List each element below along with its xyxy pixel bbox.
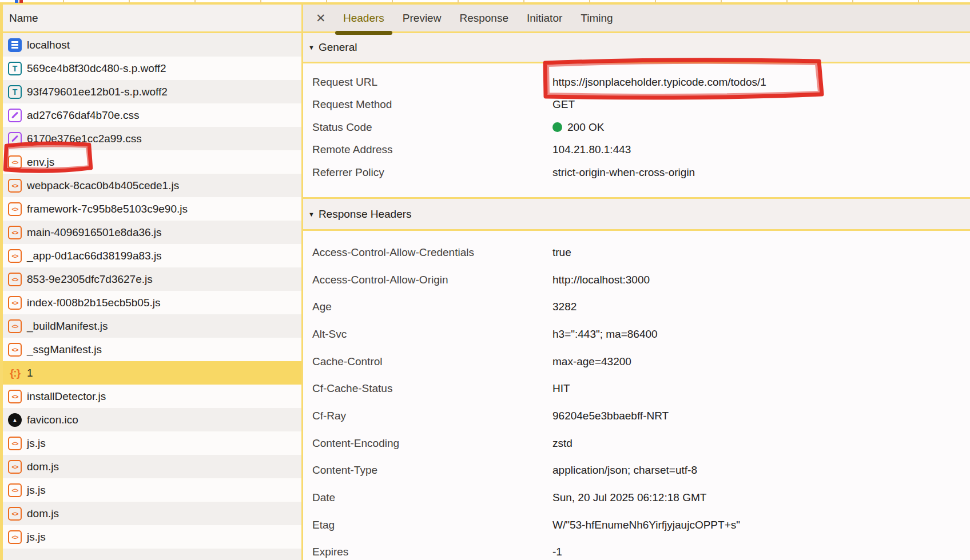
tab-headers[interactable]: Headers bbox=[342, 5, 385, 31]
request-name-label: _buildManifest.js bbox=[27, 320, 108, 333]
network-request-row[interactable]: <>dom.js bbox=[3, 455, 301, 478]
overview-gridline bbox=[129, 0, 130, 3]
network-request-row[interactable]: ▲favicon.ico bbox=[3, 408, 301, 431]
network-request-row[interactable]: <>853-9e2305dfc7d3627e.js bbox=[3, 267, 301, 291]
header-row: Remote Address104.21.80.1:443 bbox=[303, 139, 970, 162]
header-row: DateSun, 20 Jul 2025 06:12:18 GMT bbox=[303, 484, 970, 511]
network-request-row[interactable]: localhost bbox=[3, 33, 301, 57]
network-request-row[interactable]: T569ce4b8f30dc480-s.p.woff2 bbox=[3, 57, 301, 80]
header-value: W/"53-hfEnumeNh6YirfjyjaujcOPPT+s" bbox=[552, 519, 740, 531]
section-header-general[interactable]: ▼ General bbox=[303, 33, 970, 63]
name-column-header[interactable]: Name bbox=[3, 5, 301, 33]
network-request-row[interactable]: <>_app-0d1ac66d38199a83.js bbox=[3, 244, 301, 267]
request-details-panel: ✕ HeadersPreviewResponseInitiatorTiming … bbox=[303, 5, 970, 560]
header-name: Expires bbox=[303, 546, 552, 558]
overview-red-mark-icon bbox=[19, 0, 23, 3]
header-name: Status Code bbox=[303, 121, 552, 134]
header-row: Content-Encodingzstd bbox=[303, 430, 970, 457]
header-value: 200 OK bbox=[552, 121, 604, 134]
header-row: Cache-Controlmax-age=43200 bbox=[303, 348, 970, 375]
section-title: Response Headers bbox=[319, 208, 412, 221]
network-request-row[interactable]: <>_buildManifest.js bbox=[3, 314, 301, 338]
header-name: Age bbox=[303, 301, 552, 313]
network-overview-strip bbox=[0, 0, 970, 5]
header-value: 104.21.80.1:443 bbox=[552, 143, 631, 156]
script-icon: <> bbox=[8, 507, 22, 521]
network-request-row[interactable]: <>js.js bbox=[3, 431, 301, 455]
header-name: Alt-Svc bbox=[303, 328, 552, 341]
overview-gridline bbox=[589, 0, 590, 3]
tab-initiator[interactable]: Initiator bbox=[526, 5, 563, 31]
script-icon: <> bbox=[8, 437, 22, 450]
overview-blue-mark-icon bbox=[15, 0, 18, 3]
header-name: Cf-Ray bbox=[303, 410, 552, 422]
header-value: h3=":443"; ma=86400 bbox=[552, 328, 658, 341]
network-request-row[interactable]: <>dom.js bbox=[3, 502, 301, 525]
network-request-row[interactable]: <>_ssgManifest.js bbox=[3, 338, 301, 361]
request-name-label: webpack-8cac0b4b405cede1.js bbox=[27, 179, 179, 192]
script-icon: <> bbox=[8, 343, 22, 357]
network-request-row[interactable]: <>env.js bbox=[3, 150, 301, 174]
network-request-row[interactable]: 6170e376e1cc2a99.css bbox=[3, 127, 301, 150]
network-request-row[interactable]: <>js.js bbox=[3, 525, 301, 549]
request-name-label: localhost bbox=[27, 39, 70, 51]
header-name: Referrer Policy bbox=[303, 166, 552, 179]
header-name: Cache-Control bbox=[303, 355, 552, 368]
script-icon: <> bbox=[8, 483, 22, 497]
status-ok-dot-icon bbox=[552, 122, 562, 132]
header-value: application/json; charset=utf-8 bbox=[552, 464, 697, 477]
header-name: Request Method bbox=[303, 98, 552, 111]
header-row: Cf-Cache-StatusHIT bbox=[303, 375, 970, 402]
request-name-label: 1 bbox=[27, 367, 33, 379]
header-row: Content-Typeapplication/json; charset=ut… bbox=[303, 457, 970, 485]
header-name: Access-Control-Allow-Credentials bbox=[303, 246, 552, 259]
script-icon: <> bbox=[8, 460, 22, 474]
header-row: Age3282 bbox=[303, 293, 970, 321]
network-request-row[interactable]: T93f479601ee12b01-s.p.woff2 bbox=[3, 80, 301, 103]
request-name-label: index-f008b2b15ecb5b05.js bbox=[27, 297, 160, 309]
request-name-label: _ssgManifest.js bbox=[27, 343, 102, 356]
tab-label: Response bbox=[459, 12, 508, 25]
panel-divider[interactable] bbox=[301, 5, 303, 560]
overview-gridline bbox=[326, 0, 327, 3]
request-name-label: 6170e376e1cc2a99.css bbox=[27, 133, 142, 145]
network-request-row[interactable]: <>js.js bbox=[3, 478, 301, 502]
script-icon: <> bbox=[8, 273, 22, 286]
stylesheet-icon bbox=[8, 109, 22, 122]
network-request-row[interactable]: <>installDetector.js bbox=[3, 385, 301, 408]
header-row: Request URLhttps://jsonplaceholder.typic… bbox=[303, 71, 970, 94]
network-request-row-selected[interactable]: {:}1 bbox=[3, 361, 301, 385]
network-request-row[interactable]: <>webpack-8cac0b4b405cede1.js bbox=[3, 174, 301, 197]
script-icon: <> bbox=[8, 202, 22, 216]
response-headers-rows: Access-Control-Allow-CredentialstrueAcce… bbox=[303, 231, 970, 560]
network-request-row[interactable]: <>framework-7c95b8e5103c9e90.js bbox=[3, 197, 301, 221]
overview-gridline bbox=[523, 0, 524, 3]
script-icon: <> bbox=[8, 296, 22, 310]
overview-gridline bbox=[392, 0, 393, 3]
partial-row bbox=[3, 549, 301, 560]
request-name-label: installDetector.js bbox=[27, 390, 106, 403]
collapse-arrow-icon: ▼ bbox=[308, 211, 315, 218]
tab-preview[interactable]: Preview bbox=[401, 5, 443, 31]
script-icon: <> bbox=[8, 179, 22, 193]
network-request-row[interactable]: <>main-4096916501e8da36.js bbox=[3, 221, 301, 244]
close-icon[interactable]: ✕ bbox=[316, 11, 334, 25]
header-value: -1 bbox=[552, 546, 562, 558]
overview-gridline bbox=[260, 0, 261, 3]
script-icon: <> bbox=[8, 390, 22, 403]
overview-gridline bbox=[852, 0, 853, 3]
network-request-row[interactable]: ad27c676daf4b70e.css bbox=[3, 103, 301, 127]
tab-response[interactable]: Response bbox=[458, 5, 510, 31]
script-icon: <> bbox=[8, 226, 22, 239]
tab-timing[interactable]: Timing bbox=[579, 5, 614, 31]
request-name-label: framework-7c95b8e5103c9e90.js bbox=[27, 203, 188, 215]
tab-label: Initiator bbox=[527, 12, 562, 25]
request-name-label: env.js bbox=[27, 156, 54, 169]
header-name: Remote Address bbox=[303, 143, 552, 156]
section-header-response-headers[interactable]: ▼ Response Headers bbox=[303, 197, 970, 231]
request-name-label: ad27c676daf4b70e.css bbox=[27, 109, 140, 122]
network-request-row[interactable]: <>index-f008b2b15ecb5b05.js bbox=[3, 291, 301, 314]
general-rows: Request URLhttps://jsonplaceholder.typic… bbox=[303, 63, 970, 190]
header-row: Referrer Policystrict-origin-when-cross-… bbox=[303, 161, 970, 184]
header-value: true bbox=[552, 246, 571, 259]
